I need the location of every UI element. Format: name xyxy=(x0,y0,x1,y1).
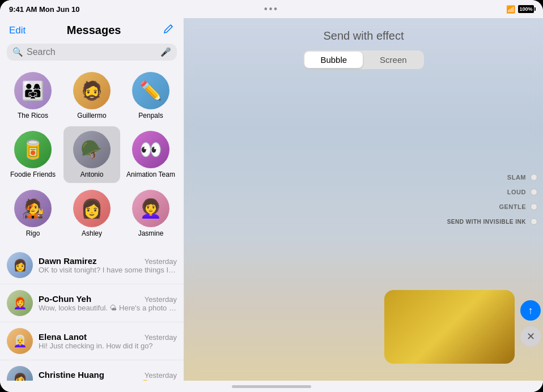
main-content: Edit Messages 🔍 🎤 👨‍👩‍👧 xyxy=(0,18,543,381)
pinned-contact-penpals[interactable]: ✏️ Penpals xyxy=(122,67,179,124)
effect-slam-label: SLAM xyxy=(507,174,526,181)
home-indicator-bar xyxy=(0,381,543,392)
contact-name-guillermo: Guillermo xyxy=(77,112,106,120)
conv-name-christine: Christine Huang xyxy=(39,370,104,380)
search-icon: 🔍 xyxy=(12,47,23,57)
conv-time-dawn: Yesterday xyxy=(145,257,177,266)
battery-indicator: 100% xyxy=(518,5,534,13)
action-buttons: ↑ ✕ xyxy=(520,300,541,347)
segment-control: Bubble Screen xyxy=(303,50,423,69)
mic-icon: 🎤 xyxy=(160,47,171,57)
contact-name-ashley: Ashley xyxy=(82,229,102,237)
pinned-contact-ashley[interactable]: 👩 Ashley xyxy=(63,185,120,242)
contact-name-antonio: Antonio xyxy=(80,171,104,178)
avatar-guillermo: 🧔 xyxy=(73,72,111,109)
conv-name-elena: Elena Lanot xyxy=(39,332,87,342)
pinned-contact-guillermo[interactable]: 🧔 Guillermo xyxy=(63,67,120,124)
avatar-rigo: 🧑‍🎤 xyxy=(14,190,52,227)
avatar-antonio: 🪖 xyxy=(73,131,111,168)
cancel-button[interactable]: ✕ xyxy=(520,326,541,347)
effect-gentle-dot xyxy=(531,203,537,210)
status-dots: ••• xyxy=(264,4,279,14)
contact-name-ricos: The Ricos xyxy=(18,112,48,120)
conv-name-pochun: Po-Chun Yeh xyxy=(39,294,91,304)
status-bar: 9:41 AM Mon Jun 10 ••• 📶 100% xyxy=(0,0,543,18)
effect-options-list: SLAM LOUD GENTLE SEND WITH INVISIBLE INK xyxy=(447,174,543,225)
avatar-penpals: ✏️ xyxy=(132,72,169,109)
conv-preview-pochun: Wow, looks beautiful. 🌤 Here's a photo o… xyxy=(39,304,177,312)
effect-slam-dot xyxy=(531,174,537,181)
pinned-contacts-grid: 👨‍👩‍👧 The Ricos 🧔 Guillermo ✏️ Penpals 🥫… xyxy=(0,65,184,246)
conversation-dawn[interactable]: 👩 Dawn Ramirez Yesterday OK to visit ton… xyxy=(0,246,184,284)
conv-preview-elena: Hi! Just checking in. How did it go? xyxy=(39,342,177,350)
home-bar xyxy=(232,385,311,388)
device-frame: 9:41 AM Mon Jun 10 ••• 📶 100% Edit Messa… xyxy=(0,0,543,392)
send-button[interactable]: ↑ xyxy=(520,300,541,321)
avatar-jasmine: 👩‍🦱 xyxy=(132,190,169,227)
pinned-contact-rigo[interactable]: 🧑‍🎤 Rigo xyxy=(5,185,61,242)
pinned-contact-foodie[interactable]: 🥫 Foodie Friends xyxy=(5,126,61,183)
conv-info-christine: Christine Huang Yesterday Me too, haha. … xyxy=(39,370,177,381)
date: Mon Jun 10 xyxy=(39,5,80,14)
search-input[interactable] xyxy=(27,47,157,57)
conv-info-dawn: Dawn Ramirez Yesterday OK to visit tonig… xyxy=(39,256,177,274)
messages-title: Messages xyxy=(67,24,121,37)
conv-time-elena: Yesterday xyxy=(145,333,177,342)
avatar-pochun-conv: 👩‍🦰 xyxy=(7,290,33,316)
avatar-elena-conv: 👩‍🦳 xyxy=(7,328,33,354)
avatar-dawn-conv: 👩 xyxy=(7,252,33,278)
contact-name-jasmine: Jasmine xyxy=(138,229,164,237)
messages-panel: Edit Messages 🔍 🎤 👨‍👩‍👧 xyxy=(0,18,184,381)
bubble-tab[interactable]: Bubble xyxy=(304,52,363,68)
status-time: 9:41 AM Mon Jun 10 xyxy=(9,5,80,14)
conv-name-dawn: Dawn Ramirez xyxy=(39,256,97,266)
effect-content: Send with effect Bubble Screen xyxy=(184,18,543,69)
pinned-contact-antonio[interactable]: 🪖 Antonio xyxy=(63,126,120,183)
avatar-ricos: 👨‍👩‍👧 xyxy=(14,72,52,109)
effect-invisible-ink[interactable]: SEND WITH INVISIBLE INK xyxy=(447,218,537,225)
avatar-foodie: 🥫 xyxy=(14,131,52,168)
effect-panel: Send with effect Bubble Screen SLAM LOUD… xyxy=(184,18,543,381)
conv-time-christine: Yesterday xyxy=(145,371,177,380)
contact-name-rigo: Rigo xyxy=(26,229,40,237)
conversation-list: 👩 Dawn Ramirez Yesterday OK to visit ton… xyxy=(0,246,184,381)
effect-invisible-dot xyxy=(531,218,537,225)
effect-loud[interactable]: LOUD xyxy=(507,189,537,195)
conversation-elena[interactable]: 👩‍🦳 Elena Lanot Yesterday Hi! Just check… xyxy=(0,322,184,360)
wifi-icon: 📶 xyxy=(506,5,515,14)
pinned-contact-ricos[interactable]: 👨‍👩‍👧 The Ricos xyxy=(5,67,61,124)
avatar-ashley: 👩 xyxy=(73,190,111,227)
avatar-animation: 👀 xyxy=(132,131,169,168)
conv-info-pochun: Po-Chun Yeh Yesterday Wow, looks beautif… xyxy=(39,294,177,312)
time: 9:41 AM xyxy=(9,5,37,14)
effect-slam[interactable]: SLAM xyxy=(507,174,537,181)
status-indicators: 📶 100% xyxy=(506,5,534,14)
effect-gentle-label: GENTLE xyxy=(499,203,526,210)
pinned-contact-jasmine[interactable]: 👩‍🦱 Jasmine xyxy=(122,185,179,242)
effect-loud-dot xyxy=(531,189,537,195)
contact-name-penpals: Penpals xyxy=(138,112,163,120)
effect-loud-label: LOUD xyxy=(507,189,526,195)
conv-preview-dawn: OK to visit tonight? I have some things … xyxy=(39,266,177,274)
edit-button[interactable]: Edit xyxy=(9,25,26,36)
conv-time-pochun: Yesterday xyxy=(145,295,177,304)
avatar-christine-conv: 👩 xyxy=(7,366,33,381)
screen-tab[interactable]: Screen xyxy=(364,52,423,68)
contact-name-foodie: Foodie Friends xyxy=(10,171,56,178)
effect-panel-title: Send with effect xyxy=(324,29,404,42)
messages-header: Edit Messages xyxy=(0,18,184,40)
contact-name-animation: Animation Team xyxy=(126,171,175,178)
conv-info-elena: Elena Lanot Yesterday Hi! Just checking … xyxy=(39,332,177,350)
effect-gentle[interactable]: GENTLE xyxy=(499,203,537,210)
conversation-christine[interactable]: 👩 Christine Huang Yesterday Me too, haha… xyxy=(0,360,184,381)
conversation-pochun[interactable]: 👩‍🦰 Po-Chun Yeh Yesterday Wow, looks bea… xyxy=(0,284,184,322)
compose-button[interactable] xyxy=(162,23,175,38)
effect-invisible-label: SEND WITH INVISIBLE INK xyxy=(447,219,526,225)
search-bar[interactable]: 🔍 🎤 xyxy=(7,44,177,61)
pinned-contact-animation[interactable]: 👀 Animation Team xyxy=(122,126,179,183)
message-preview xyxy=(384,290,515,364)
